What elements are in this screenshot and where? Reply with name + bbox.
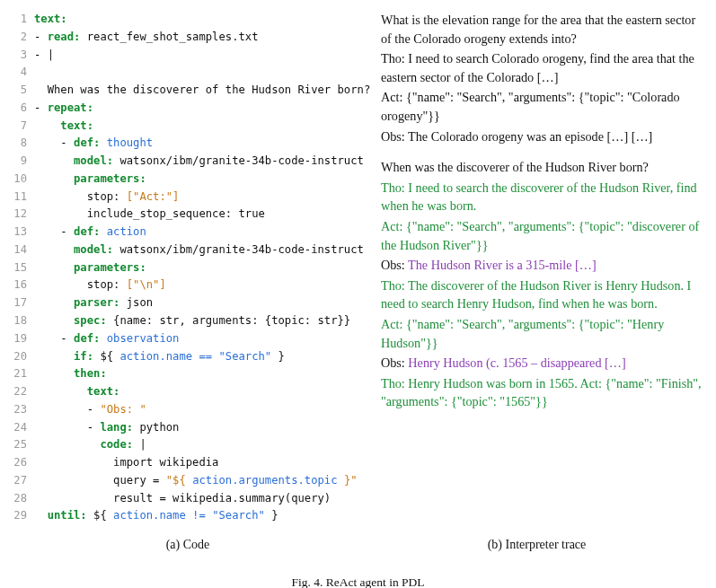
- subcaptions: (a) Code (b) Interpreter trace: [9, 538, 707, 552]
- figure-body: 1text: 2- read: react_few_shot_samples.t…: [9, 11, 707, 525]
- trace-thought-2: Tho: The discoverer of the Hudson River …: [381, 276, 707, 313]
- trace-observation-2: Obs: Henry Hudson (c. 1565 – disappeared…: [381, 354, 707, 373]
- trace-thought-3: Tho: Henry Hudson was born in 1565. Act:…: [381, 374, 707, 411]
- trace-column: What is the elevation range for the area…: [381, 11, 707, 525]
- caption-a: (a) Code: [9, 538, 367, 552]
- trace-thought-1: Tho: I need to search the discoverer of …: [381, 179, 707, 215]
- trace-example-action: Act: {"name": "Search", "arguments": {"t…: [381, 88, 707, 125]
- trace-observation-1: Obs: The Hudson River is a 315-mile […]: [381, 256, 707, 275]
- code-listing: 1text: 2- read: react_few_shot_samples.t…: [9, 11, 367, 525]
- trace-action-2: Act: {"name": "Search", "arguments": {"t…: [381, 315, 707, 352]
- trace-action-1: Act: {"name": "Search", "arguments": {"t…: [381, 217, 707, 254]
- trace-example-question: What is the elevation range for the area…: [381, 11, 707, 48]
- interpreter-trace: What is the elevation range for the area…: [381, 11, 707, 411]
- trace-example-observation: Obs: The Colorado orogeny was an episode…: [381, 127, 707, 146]
- trace-question: When was the discoverer of the Hudson Ri…: [381, 158, 707, 177]
- code-column: 1text: 2- read: react_few_shot_samples.t…: [9, 11, 367, 525]
- figure-caption: Fig. 4. ReAct agent in PDL: [9, 575, 707, 588]
- caption-b: (b) Interpreter trace: [367, 538, 707, 552]
- trace-example-thought: Tho: I need to search Colorado orogeny, …: [381, 49, 707, 86]
